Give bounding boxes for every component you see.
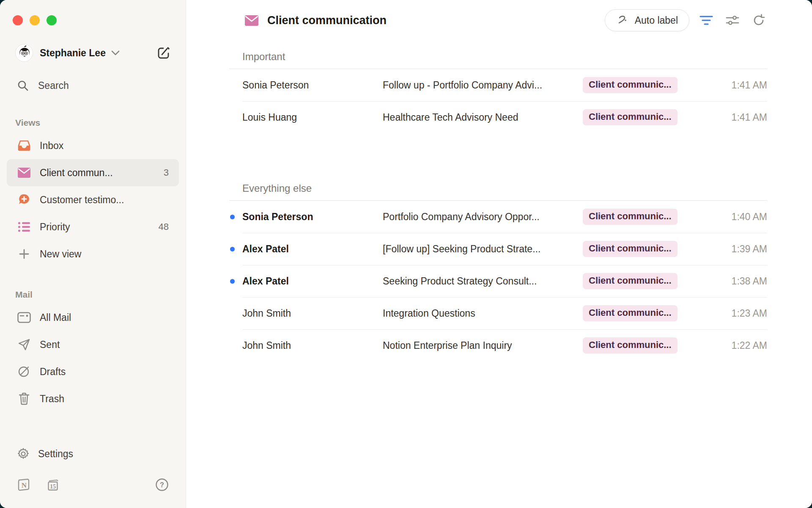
item-count: 48	[159, 221, 169, 232]
email-time: 1:41 AM	[678, 80, 767, 91]
email-subject: Integration Questions	[383, 308, 583, 319]
plus-icon	[17, 248, 31, 260]
email-sender: Alex Patel	[242, 243, 383, 255]
chat-plus-icon	[17, 193, 31, 206]
sidebar-item-new-view[interactable]: New view	[7, 240, 179, 268]
sidebar-item-label: Drafts	[40, 366, 66, 378]
unread-dot	[230, 215, 235, 219]
calendar-icon[interactable]: 15	[46, 478, 60, 492]
email-sender: John Smith	[242, 340, 383, 351]
sidebar-item-label: All Mail	[40, 312, 71, 323]
section-title-everything-else: Everything else	[229, 177, 767, 194]
email-list: Important Sonia Peterson Follow up - Por…	[229, 41, 767, 362]
list-icon	[17, 221, 31, 232]
filter-icon[interactable]	[697, 11, 716, 30]
email-row[interactable]: John Smith Notion Enterprise Plan Inquir…	[229, 329, 767, 362]
sidebar: Stephanie Lee Search Views	[0, 0, 186, 508]
views-section-label: Views	[0, 113, 186, 132]
mail-section-label: Mail	[0, 285, 186, 304]
email-time: 1:38 AM	[678, 276, 767, 287]
email-subject: Healthcare Tech Advisory Need	[383, 112, 583, 123]
sidebar-footer: N 15 ?	[0, 467, 186, 508]
email-time: 1:41 AM	[678, 112, 767, 123]
minimize-window-button[interactable]	[30, 15, 40, 25]
compose-button[interactable]	[156, 46, 171, 60]
refresh-icon[interactable]	[749, 11, 768, 30]
email-time: 1:23 AM	[678, 308, 767, 319]
avatar	[15, 44, 33, 62]
email-subject: Notion Enterprise Plan Inquiry	[383, 340, 583, 351]
sliders-icon[interactable]	[723, 11, 742, 30]
sidebar-item-label: Trash	[40, 393, 64, 405]
sidebar-item-sent[interactable]: Sent	[7, 331, 179, 358]
sidebar-item-inbox[interactable]: Inbox	[7, 132, 179, 159]
zoom-window-button[interactable]	[47, 15, 57, 25]
email-label-badge[interactable]: Client communic...	[583, 273, 678, 289]
email-label-badge[interactable]: Client communic...	[583, 241, 678, 257]
search-icon	[17, 80, 29, 91]
sidebar-item-label: Sent	[40, 339, 60, 351]
unread-dot	[230, 247, 235, 251]
sidebar-item-label: Client commun...	[40, 167, 113, 179]
sidebar-item-customer-testimonials[interactable]: Customer testimo...	[7, 186, 179, 213]
auto-label-button[interactable]: Auto label	[605, 9, 689, 31]
notion-logo[interactable]: N	[17, 478, 31, 492]
everything-else-section: Sonia Peterson Portfolio Company Advisor…	[229, 200, 767, 362]
gear-icon	[17, 447, 30, 460]
email-sender: Sonia Peterson	[242, 211, 383, 223]
send-icon	[17, 338, 31, 351]
sidebar-item-trash[interactable]: Trash	[7, 385, 179, 412]
chevron-down-icon	[111, 50, 120, 56]
email-sender: John Smith	[242, 308, 383, 319]
email-label-badge[interactable]: Client communic...	[583, 109, 678, 125]
envelope-icon	[17, 167, 31, 178]
mail-icon	[17, 312, 31, 323]
email-subject: Follow up - Portfolio Company Advi...	[383, 80, 583, 91]
unread-dot	[230, 279, 235, 284]
sidebar-item-drafts[interactable]: Drafts	[7, 358, 179, 385]
sidebar-item-label: Inbox	[40, 140, 63, 152]
close-window-button[interactable]	[13, 15, 23, 25]
email-row[interactable]: Sonia Peterson Portfolio Company Advisor…	[229, 201, 767, 233]
page-title: Client communication	[267, 14, 387, 27]
email-subject: Portfolio Company Advisory Oppor...	[383, 211, 583, 223]
main-header: Client communication Auto label	[186, 0, 812, 41]
sidebar-item-priority[interactable]: Priority 48	[7, 213, 179, 240]
email-label-badge[interactable]: Client communic...	[583, 77, 678, 93]
email-sender: Sonia Peterson	[242, 80, 383, 91]
help-icon[interactable]: ?	[155, 478, 169, 491]
trash-icon	[17, 392, 31, 405]
svg-text:N: N	[22, 481, 27, 489]
unread-count: 3	[164, 167, 169, 178]
app-window: Stephanie Lee Search Views	[0, 0, 812, 508]
email-time: 1:39 AM	[678, 243, 767, 255]
main-panel: Client communication Auto label	[186, 0, 812, 508]
email-time: 1:22 AM	[678, 340, 767, 351]
email-row[interactable]: Alex Patel [Follow up] Seeking Product S…	[229, 233, 767, 265]
profile-name: Stephanie Lee	[40, 47, 106, 59]
sidebar-item-client-communication[interactable]: Client commun... 3	[7, 159, 179, 186]
svg-text:?: ?	[160, 481, 164, 489]
important-section: Sonia Peterson Follow up - Portfolio Com…	[229, 69, 767, 133]
email-subject: [Follow up] Seeking Product Strate...	[383, 243, 583, 255]
auto-label-icon	[616, 14, 629, 27]
email-row[interactable]: Louis Huang Healthcare Tech Advisory Nee…	[229, 101, 767, 133]
email-label-badge[interactable]: Client communic...	[583, 305, 678, 321]
sidebar-item-label: Customer testimo...	[40, 194, 124, 206]
sidebar-item-label: Priority	[40, 221, 70, 233]
email-sender: Alex Patel	[242, 276, 383, 287]
svg-text:15: 15	[50, 483, 56, 490]
search-button[interactable]: Search	[0, 75, 186, 96]
search-label: Search	[38, 80, 69, 91]
section-title-important: Important	[229, 45, 767, 63]
email-row[interactable]: John Smith Integration Questions Client …	[229, 297, 767, 329]
email-label-badge[interactable]: Client communic...	[583, 337, 678, 353]
window-controls	[0, 0, 186, 30]
sidebar-item-all-mail[interactable]: All Mail	[7, 304, 179, 331]
email-row[interactable]: Sonia Peterson Follow up - Portfolio Com…	[229, 69, 767, 101]
envelope-icon	[244, 15, 259, 26]
email-row[interactable]: Alex Patel Seeking Product Strategy Cons…	[229, 265, 767, 297]
settings-button[interactable]: Settings	[0, 440, 186, 467]
email-label-badge[interactable]: Client communic...	[583, 209, 678, 225]
account-switcher[interactable]: Stephanie Lee	[0, 43, 186, 63]
